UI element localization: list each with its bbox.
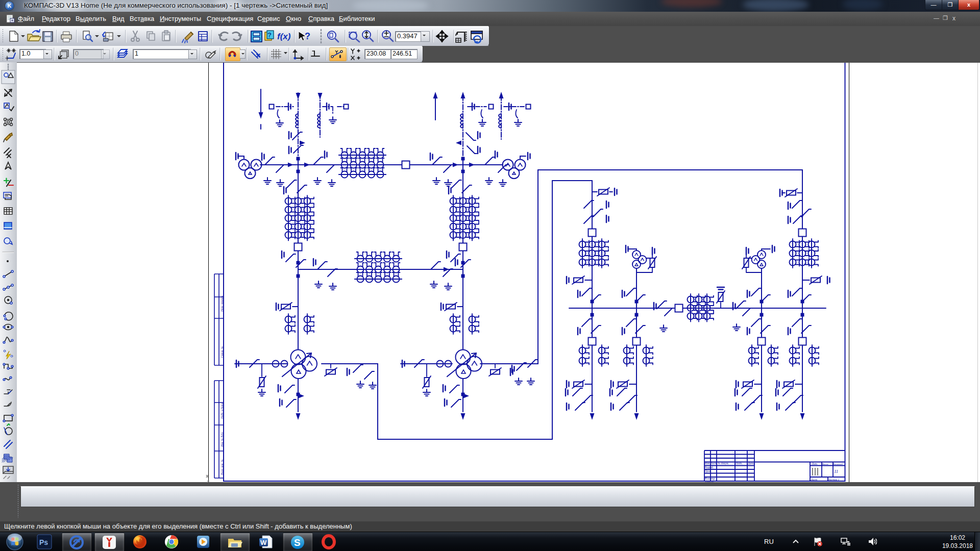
svg-text:Изм Лист: Изм Лист [704, 462, 717, 465]
svg-text:f(x): f(x) [277, 32, 291, 41]
svg-text:S: S [294, 537, 301, 548]
svg-text:Перв. примен.: Перв. примен. [220, 295, 224, 312]
svg-text:№ докум.: № докум. [717, 462, 729, 465]
svg-text:Подп.: Подп. [735, 462, 743, 465]
svg-text:Справ. №: Справ. № [220, 346, 224, 358]
svg-text:Инв. № дубл.: Инв. № дубл. [220, 432, 224, 447]
svg-text:11: 11 [834, 469, 838, 474]
svg-text:Взам. инв. №: Взам. инв. № [220, 460, 224, 475]
svg-text:Листов 1: Листов 1 [827, 478, 839, 481]
svg-text:Дата: Дата [747, 462, 754, 465]
svg-text:Ps: Ps [39, 538, 48, 546]
svg-text:?: ? [305, 31, 310, 41]
svg-text:Лит.: Лит. [811, 462, 818, 465]
svg-text:Масштаб: Масштаб [832, 463, 843, 465]
svg-text:?: ? [267, 31, 272, 39]
svg-text:Масса: Масса [821, 463, 828, 465]
svg-text:Подп. и дата: Подп. и дата [220, 403, 224, 419]
svg-text:Лист: Лист [810, 478, 817, 481]
svg-text:W: W [260, 539, 267, 546]
svg-text:Разраб.: Разраб. [704, 466, 714, 469]
svg-text:Пров.: Пров. [704, 469, 712, 472]
